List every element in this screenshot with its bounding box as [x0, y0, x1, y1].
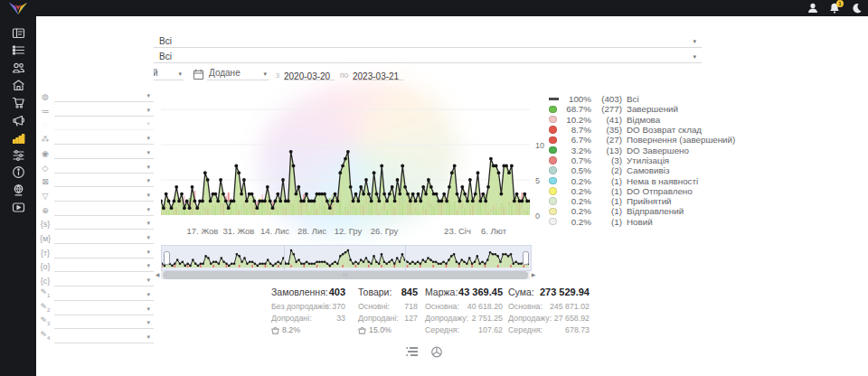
sidebar-filter-select[interactable]: ▾	[54, 118, 154, 130]
sidebar-filter-select[interactable]: ▾	[54, 259, 154, 272]
chevron-down-icon: ▾	[693, 53, 696, 61]
sidebar-filter-select[interactable]: ▾	[54, 132, 154, 145]
sidebar-filter-row: {т}▾	[36, 245, 154, 258]
legend-item[interactable]: 0.2%(1)Новий	[549, 217, 707, 227]
rail-item-marketing[interactable]	[0, 112, 36, 129]
user-icon[interactable]	[807, 2, 819, 14]
rail-item-dashboard[interactable]	[0, 24, 36, 42]
stat-sub-value: 33	[336, 313, 345, 324]
stat-value: 845	[401, 287, 418, 297]
legend-label: Всі	[627, 94, 639, 104]
legend-percent: 8.7%	[560, 125, 595, 135]
scrollbar-track[interactable]: ⁞⁞	[161, 271, 530, 279]
sidebar-filter-select[interactable]: ▾	[54, 288, 154, 301]
rail-item-info[interactable]	[0, 164, 36, 181]
sidebar-filter-select[interactable]: ▾	[54, 104, 154, 117]
clients-icon	[12, 61, 25, 75]
legend-item[interactable]: 100%(403)Всі	[549, 94, 707, 104]
x-axis-tick: 12. Гру	[335, 226, 362, 236]
brush-right-handle[interactable]	[523, 251, 529, 265]
chevron-down-icon: ▾	[146, 107, 150, 114]
legend-label: Відправлений	[627, 206, 684, 216]
legend-count: (27)	[595, 135, 627, 145]
chevron-down-icon: ▾	[146, 92, 150, 99]
brush-left-handle[interactable]	[164, 251, 170, 265]
legend-item[interactable]: 6.7%(27)Повернення (завершений)	[549, 135, 707, 145]
rail-item-settings[interactable]	[0, 146, 36, 164]
legend-item[interactable]: 8.7%(35)DO Возврат склад	[549, 125, 707, 135]
date-to-label: по	[340, 70, 348, 80]
legend-count: (13)	[595, 146, 627, 155]
legend-dot-swatch	[549, 126, 560, 134]
legend-item[interactable]: 0.2%(1)Відправлений	[549, 206, 707, 216]
sidebar-filter-select[interactable]: ▾	[54, 316, 154, 329]
y-axis-tick: 0	[535, 212, 540, 221]
scroll-right-arrow-icon[interactable]: ▶	[530, 271, 537, 279]
orders-chart[interactable]: 17. Жов31. Жов14. Лис28. Лис12. Гру26. Г…	[161, 89, 530, 233]
stat-sub-label: Допродажу:	[508, 313, 552, 324]
chart-scrollbar[interactable]: ◀ ⁞⁞ ▶	[154, 271, 537, 279]
x-axis-tick: 26. Гру	[371, 226, 398, 236]
chevron-down-icon: ▾	[146, 262, 150, 269]
chevron-down-icon: ▾	[146, 206, 150, 213]
rail-item-integrations[interactable]	[0, 182, 36, 199]
chart-brush[interactable]	[161, 245, 532, 271]
date-to-input[interactable]: 2023-03-21	[353, 67, 403, 80]
legend-dot-swatch	[549, 106, 560, 114]
cart-badge-icon	[271, 326, 279, 334]
rail-item-clients[interactable]	[0, 60, 36, 77]
sidebar-filter-select[interactable]: ▾	[54, 146, 154, 159]
rail-item-video[interactable]	[0, 199, 36, 216]
scroll-left-arrow-icon[interactable]: ◀	[154, 271, 161, 279]
status-filter-value: Всі	[159, 36, 172, 46]
rail-item-analytics[interactable]	[0, 129, 36, 146]
stat-sub-value: 27 658.92	[554, 313, 590, 324]
stat-sub-value: 718	[404, 301, 418, 313]
legend-item[interactable]: 0.2%(1)Нема в наявності	[549, 175, 707, 185]
legend-dot-swatch	[549, 146, 560, 155]
sidebar-filter-select[interactable]: ▾	[54, 274, 154, 287]
sphere-icon: ◉	[36, 148, 54, 159]
stat-column: Маржа:43 369.45Основна:40 618.20Допродаж…	[425, 287, 503, 336]
legend-item[interactable]: 0.2%(1)DO Отправлено	[549, 186, 707, 196]
legend-item[interactable]: 3.2%(13)DO Завершено	[549, 145, 707, 155]
sidebar-filter-select[interactable]: ▾	[54, 303, 154, 315]
legend-item[interactable]: 0.7%(3)Утилізація	[549, 155, 707, 165]
sidebar-filter-select[interactable]: ▾	[54, 161, 154, 174]
sidebar-filter-select[interactable]: ▾	[54, 231, 154, 244]
sidebar-filter-select[interactable]: ▾	[54, 174, 154, 187]
help-circle-icon: ◌	[36, 119, 54, 130]
sidebar-filter-select[interactable]: ▾	[54, 246, 154, 258]
stat-sub-value: 107.62	[478, 324, 503, 336]
status-filter-select[interactable]: Всі ▾	[118, 35, 702, 48]
cart-icon	[12, 96, 25, 109]
legend-percent: 0.5%	[560, 165, 595, 175]
chevron-down-icon: ▾	[146, 120, 150, 127]
notifications-bell-icon[interactable]: 1	[828, 2, 841, 14]
product-filter-select[interactable]: Всі ▾	[118, 51, 702, 63]
stat-sub-value: 678.73	[565, 324, 590, 336]
y-axis-tick: 5	[535, 176, 540, 185]
sidebar-filter-select[interactable]: ▾	[54, 331, 154, 343]
legend-item[interactable]: 10.2%(41)Відмова	[549, 115, 707, 125]
date-field-select[interactable]: Додане ▾	[207, 67, 269, 80]
rail-item-cart[interactable]	[0, 94, 36, 111]
scrollbar-thumb[interactable]: ⁞⁞	[163, 271, 528, 279]
sidebar-filter-select[interactable]: ▾	[54, 217, 154, 230]
rail-item-store[interactable]	[0, 77, 36, 94]
table-view-icon[interactable]	[406, 345, 420, 358]
sidebar-filter-select[interactable]: ▾	[54, 203, 154, 216]
rail-item-orders[interactable]	[0, 42, 36, 59]
sidebar-filter-select[interactable]: ▾	[54, 89, 154, 102]
legend-item[interactable]: 0.5%(2)Самовивіз	[549, 165, 707, 175]
legend-item[interactable]: 68.7%(277)Завершений	[549, 104, 707, 114]
product-icon: ◇	[36, 163, 54, 174]
date-from-input[interactable]: 2020-03-20	[284, 67, 335, 80]
stat-sub-value: 2 751.25	[472, 313, 503, 324]
legend-label: Новий	[627, 217, 653, 227]
pie-view-icon[interactable]	[430, 345, 445, 358]
legend-dot-swatch	[549, 156, 560, 164]
theme-moon-icon[interactable]	[850, 2, 863, 14]
sidebar-filter-select[interactable]: ▾	[54, 189, 154, 202]
legend-item[interactable]: 0.2%(1)Прийнятий	[549, 196, 707, 206]
